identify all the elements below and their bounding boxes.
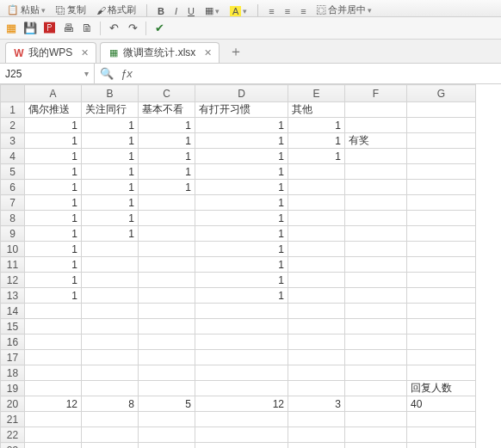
cell[interactable]: 1 [195,133,288,149]
cell[interactable] [288,381,345,396]
cell[interactable] [195,412,288,427]
cell[interactable] [345,226,407,242]
cell[interactable] [345,211,407,226]
cell[interactable]: 1 [25,257,82,273]
cell[interactable] [82,381,139,396]
cell[interactable] [407,334,476,350]
cell[interactable] [25,365,82,381]
cell[interactable]: 1 [195,211,288,226]
cell[interactable]: 其他 [288,102,345,118]
cell[interactable]: 1 [195,257,288,273]
cell[interactable] [407,118,476,133]
cell[interactable]: 1 [82,226,139,242]
row-header[interactable]: 17 [1,350,25,365]
cell[interactable] [288,304,345,319]
cell[interactable] [407,304,476,319]
row-header[interactable]: 7 [1,195,25,211]
cell[interactable]: 1 [139,133,195,149]
cell[interactable] [345,334,407,350]
row-header[interactable]: 6 [1,180,25,195]
format-painter-button[interactable]: 🖌 格式刷 [95,3,138,16]
cell[interactable] [345,242,407,257]
cell[interactable]: 1 [82,149,139,164]
italic-button[interactable]: I [173,6,179,16]
cell[interactable]: 1 [25,118,82,133]
cell[interactable]: 1 [82,195,139,211]
cell[interactable] [139,304,195,319]
border-button[interactable]: ▦▾ [203,5,221,16]
align-left-button[interactable]: ≡ [267,6,275,16]
cell[interactable] [407,195,476,211]
cell[interactable] [82,304,139,319]
cell[interactable]: 1 [288,118,345,133]
row-header[interactable]: 16 [1,334,25,350]
cell[interactable] [82,273,139,288]
cell[interactable]: 1 [82,133,139,149]
cell[interactable] [407,257,476,273]
cell[interactable] [407,365,476,381]
cell[interactable] [288,334,345,350]
cell[interactable]: 1 [195,273,288,288]
underline-button[interactable]: U [186,6,196,16]
row-header[interactable]: 10 [1,242,25,257]
cell[interactable] [139,195,195,211]
chevron-down-icon[interactable]: ▾ [84,69,89,78]
row-header[interactable]: 4 [1,149,25,164]
cell[interactable] [288,350,345,365]
cell[interactable] [345,180,407,195]
cell[interactable] [407,102,476,118]
cell[interactable] [288,412,345,427]
cell[interactable] [139,334,195,350]
row-header[interactable]: 19 [1,381,25,396]
cell[interactable]: 3 [288,396,345,412]
cell[interactable]: 回复人数 [407,381,476,396]
cell[interactable]: 1 [139,149,195,164]
column-header-F[interactable]: F [345,85,407,102]
tab-spreadsheet[interactable]: ▦ 微调查统计.xlsx ✕ [100,42,220,63]
align-right-button[interactable]: ≡ [299,6,307,16]
cell[interactable] [407,242,476,257]
select-all-corner[interactable] [1,85,25,102]
cell[interactable]: 1 [25,149,82,164]
cell[interactable] [82,257,139,273]
cell[interactable]: 1 [139,180,195,195]
cell[interactable] [407,443,476,449]
cell[interactable] [82,350,139,365]
cell[interactable] [407,319,476,334]
cell[interactable]: 1 [25,242,82,257]
cell[interactable]: 1 [195,242,288,257]
cell[interactable]: 1 [82,211,139,226]
cell[interactable] [195,334,288,350]
row-header[interactable]: 12 [1,273,25,288]
cell[interactable]: 40 [407,396,476,412]
cell[interactable]: 1 [25,273,82,288]
cell[interactable] [139,288,195,304]
cell[interactable]: 1 [25,211,82,226]
cell[interactable]: 1 [25,164,82,180]
cell[interactable] [195,427,288,443]
spreadsheet-grid[interactable]: ABCDEFG 1偶尔推送关注同行基本不看有打开习惯其他211111311111… [0,84,501,448]
cell[interactable] [345,164,407,180]
cell[interactable]: 1 [195,118,288,133]
cell[interactable] [25,334,82,350]
row-header[interactable]: 21 [1,412,25,427]
cell[interactable] [288,427,345,443]
row-header[interactable]: 14 [1,304,25,319]
cell[interactable]: 有奖 [345,133,407,149]
cell[interactable] [82,288,139,304]
cell[interactable] [407,211,476,226]
row-header[interactable]: 13 [1,288,25,304]
column-header-G[interactable]: G [407,85,476,102]
cell[interactable] [82,412,139,427]
cell[interactable] [407,350,476,365]
cell[interactable] [407,226,476,242]
cell[interactable]: 有打开习惯 [195,102,288,118]
fill-color-button[interactable]: A▾ [228,6,249,16]
cell[interactable]: 1 [195,288,288,304]
cell[interactable]: 1 [195,149,288,164]
cell[interactable] [345,288,407,304]
cell[interactable] [139,242,195,257]
paste-button[interactable]: 📋 粘贴 ▾ [5,3,47,16]
copy-button[interactable]: ⿻ 复制 [54,3,88,16]
print-icon[interactable]: 🖶 [60,21,76,36]
